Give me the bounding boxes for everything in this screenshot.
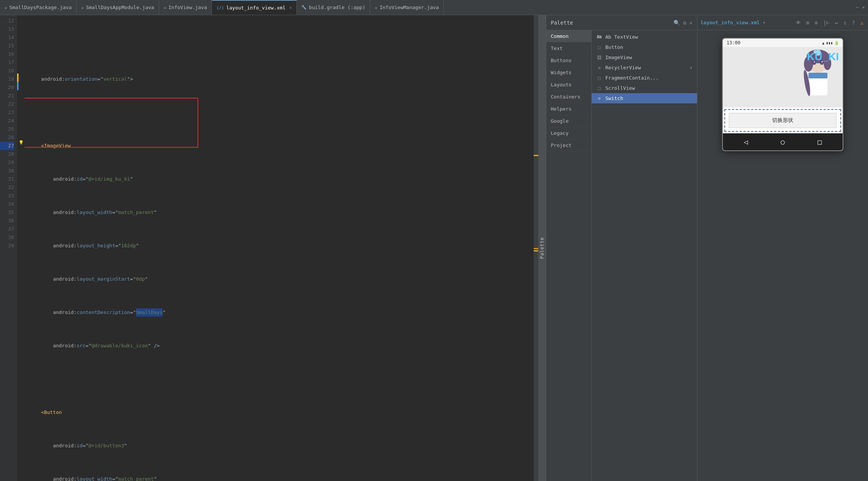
battery-icon: 🔋 [834,41,839,45]
fragment-icon: □ [596,75,602,81]
scroll-marker-yellow-2 [534,250,538,251]
phone-image-area: KU_KI [723,47,843,108]
xml-icon: ⟨/⟩ [216,5,224,10]
category-legacy[interactable]: Legacy [546,127,591,139]
palette-body: Common Text Buttons Widgets Layouts Cont… [546,30,697,481]
category-layouts[interactable]: Layouts [546,79,591,91]
settings-icon[interactable]: ⚙ [683,20,686,26]
main-area: 12 13 14 15 16 17 18 19 20 21 22 23 24 2… [0,15,868,481]
java-icon-2: ☕ [81,5,84,10]
tab-overflow-area: ⋯ ▾ [853,5,868,10]
search-icon[interactable]: 🔍 [674,20,680,26]
selection-box [25,98,198,148]
gutter-indicator-19 [17,73,19,82]
line-numbers: 12 13 14 15 16 17 18 19 20 21 22 23 24 2… [0,15,17,481]
category-helpers[interactable]: Helpers [546,103,591,115]
palette-header: Palette 🔍 ⚙ ✕ [546,15,697,30]
close-palette-icon[interactable]: ✕ [689,20,693,26]
palette-item-imageview[interactable]: 🖼 ImageView [592,52,697,62]
code-line-14: <ImageView [29,142,529,150]
preview-file-title: layout_info_view.xml [700,20,760,25]
button-icon: □ [596,45,602,50]
palette-categories: Common Text Buttons Widgets Layouts Cont… [546,30,592,481]
question-icon[interactable]: ? [850,19,856,27]
gutter-area: 💡 [17,15,25,481]
tab-smalldaysappmodule[interactable]: ☕ SmallDaysAppModule.java [77,0,159,15]
category-widgets[interactable]: Widgets [546,67,591,79]
palette-tab-label: Palette [539,237,545,259]
code-line-20: android:src="@drawable/kuki_icon" /> [29,342,529,350]
switch-icon: ⊙ [596,96,602,101]
preview-header: layout_info_view.xml ▾ 👁 ⊞ ⊕ |⊢ ↔ ↕ ? ⚠ [697,15,868,30]
phone-status-icons: ▲ ▮▮▮ 🔋 [822,41,839,45]
phone-nav-bar: ◁ ○ □ [723,133,843,150]
svg-rect-13 [808,73,827,78]
code-editor: 12 13 14 15 16 17 18 19 20 21 22 23 24 2… [0,15,538,481]
category-buttons[interactable]: Buttons [546,55,591,67]
palette-panel: Palette 🔍 ⚙ ✕ Common Text Buttons [546,15,697,481]
resize-horizontal-icon[interactable]: ↔ [833,19,839,27]
recents-button[interactable]: □ [818,138,822,146]
tab-layout-xml[interactable]: ⟨/⟩ layout_info_view.xml ✕ [212,0,297,15]
gutter-indicator-20 [17,82,19,90]
more-tabs-icon[interactable]: ⋯ [856,5,859,10]
tab-close-button[interactable]: ✕ [289,5,292,10]
gradle-icon: 🔧 [301,5,307,10]
palette-item-button[interactable]: □ Button [592,42,697,52]
tab-smalldayspackage[interactable]: ☕ SmallDaysPackage.java [0,0,77,15]
scroll-marker-yellow [534,155,538,156]
tab-bar: ☕ SmallDaysPackage.java ☕ SmallDaysAppMo… [0,0,868,15]
category-containers[interactable]: Containers [546,91,591,103]
tab-infoview[interactable]: ☕ InfoView.java [159,0,212,15]
palette-item-switch[interactable]: ⊙ Switch [592,93,697,103]
phone-status-bar: 13:00 ▲ ▮▮▮ 🔋 [723,39,843,47]
tab-buildgradle[interactable]: 🔧 build.gradle (:app) [297,0,370,15]
warning-icon[interactable]: ⚠ [859,19,865,27]
phone-content: KU_KI [723,47,843,132]
palette-item-scrollview[interactable]: □ ScrollView [592,83,697,93]
code-line-24: android:layout_width="match_parent" [29,475,529,481]
phone-container: 13:00 ▲ ▮▮▮ 🔋 KU_KI [697,30,868,481]
java-icon: ☕ [5,5,7,10]
back-button[interactable]: ◁ [744,138,748,146]
button-selection-box: 切换形状 [724,109,841,132]
scrollview-icon: □ [596,86,602,91]
grid-icon[interactable]: ⊞ [805,19,811,27]
lightbulb-icon[interactable]: 💡 [19,140,24,145]
code-line-15: android:id="@+id/img_ku_ki" [29,175,529,183]
category-project[interactable]: Project [546,139,591,151]
phone-app-title: KU_KI [807,51,839,63]
eye-icon[interactable]: 👁 [794,19,802,27]
code-line-16: android:layout_width="match_parent" [29,208,529,217]
palette-vertical-tab[interactable]: Palette [538,15,546,481]
scroll-markers [534,15,538,481]
ruler-icon[interactable]: |⊢ [821,19,831,27]
palette-item-textview[interactable]: Ab Ab TextView [592,32,697,42]
category-google[interactable]: Google [546,115,591,127]
chevron-down-icon-preview[interactable]: ▾ [763,20,766,25]
palette-title: Palette [551,20,674,26]
palette-item-recyclerview[interactable]: ≡ RecyclerView ⬇ [592,62,697,73]
phone-time: 13:00 [727,40,740,45]
download-icon: ⬇ [690,65,693,70]
java-icon-3: ☕ [164,5,166,10]
chevron-down-icon[interactable]: ▾ [862,5,865,10]
category-text[interactable]: Text [546,42,591,55]
tab-infoviewmanager[interactable]: ☕ InfoViewManager.java [370,0,444,15]
code-content-area: android:orientation="vertical"> <ImageVi… [25,15,534,481]
resize-vertical-icon[interactable]: ↕ [842,19,848,27]
imageview-icon: 🖼 [596,55,602,60]
home-button[interactable]: ○ [781,138,785,146]
code-line-21 [29,375,529,383]
category-common[interactable]: Common [546,30,591,42]
palette-item-fragmentcontainer[interactable]: □ FragmentContain... [592,73,697,83]
wifi-icon: ▲ [822,41,824,45]
code-line-17: android:layout_height="162dp" [29,242,529,250]
code-line-22: <Button [29,408,529,417]
code-line-18: android:layout_marginStart="0dp" [29,275,529,283]
preview-toolbar: 👁 ⊞ ⊕ |⊢ ↔ ↕ ? ⚠ [794,19,865,27]
constraints-icon[interactable]: ⊕ [813,19,819,27]
code-line-23: android:id="@+id/button3" [29,442,529,450]
recyclerview-icon: ≡ [596,65,602,70]
code-line-12: android:orientation="vertical"> [29,75,529,83]
